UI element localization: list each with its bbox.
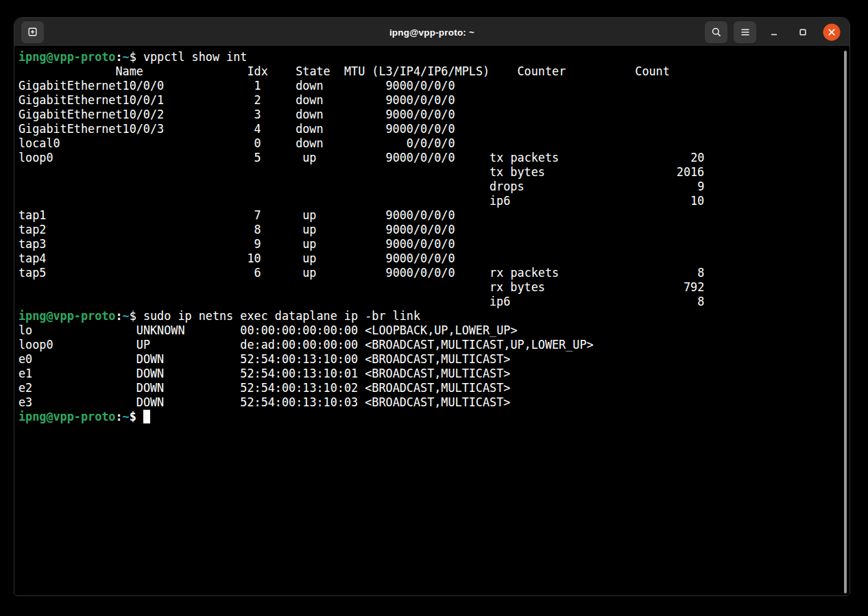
terminal-line: tap3 9 up 9000/0/0/0 <box>19 237 849 251</box>
close-button[interactable] <box>820 21 843 43</box>
terminal-line: ipng@vpp-proto:~$ vppctl show int <box>19 50 849 64</box>
terminal-line: tap5 6 up 9000/0/0/0 rx packets 8 <box>19 266 849 280</box>
terminal-line: local0 0 down 0/0/0/0 <box>19 136 849 151</box>
terminal-line: e1 DOWN 52:54:00:13:10:01 <BROADCAST,MUL… <box>19 367 849 381</box>
terminal-line: e2 DOWN 52:54:00:13:10:02 <BROADCAST,MUL… <box>19 381 849 395</box>
terminal-line: rx bytes 792 <box>19 280 849 295</box>
titlebar[interactable]: ipng@vpp-proto: ~ <box>14 18 849 46</box>
terminal-line: ipng@vpp-proto:~$ sudo ip netns exec dat… <box>19 309 849 323</box>
search-icon <box>711 27 722 38</box>
terminal-line: GigabitEthernet10/0/3 4 down 9000/0/0/0 <box>19 122 849 136</box>
new-tab-button[interactable] <box>21 21 44 43</box>
terminal-output[interactable]: ipng@vpp-proto:~$ vppctl show int Name I… <box>14 46 849 595</box>
minimize-icon <box>769 27 780 38</box>
terminal-line: ipng@vpp-proto:~$ <box>19 410 849 424</box>
terminal-line: loop0 5 up 9000/0/0/0 tx packets 20 <box>19 151 849 165</box>
hamburger-menu-icon <box>740 27 751 38</box>
terminal-line: ip6 8 <box>19 295 849 309</box>
terminal-window: ipng@vpp-proto: ~ <box>14 17 850 596</box>
terminal-line: loop0 UP de:ad:00:00:00:00 <BROADCAST,MU… <box>19 338 849 352</box>
terminal-line: lo UNKNOWN 00:00:00:00:00:00 <LOOPBACK,U… <box>19 323 849 338</box>
terminal-line: ip6 10 <box>19 194 849 208</box>
search-button[interactable] <box>705 21 727 43</box>
terminal-line: e3 DOWN 52:54:00:13:10:03 <BROADCAST,MUL… <box>19 395 849 410</box>
terminal-line: tap4 10 up 9000/0/0/0 <box>19 251 849 266</box>
terminal-line: GigabitEthernet10/0/2 3 down 9000/0/0/0 <box>19 108 849 122</box>
scrollbar-thumb[interactable] <box>844 51 847 593</box>
maximize-button[interactable] <box>791 21 814 43</box>
titlebar-controls <box>705 21 843 43</box>
terminal-line: tap2 8 up 9000/0/0/0 <box>19 223 849 237</box>
new-tab-icon <box>27 26 38 38</box>
terminal-line: e0 DOWN 52:54:00:13:10:00 <BROADCAST,MUL… <box>19 352 849 367</box>
menu-button[interactable] <box>734 21 756 43</box>
maximize-icon <box>797 27 808 38</box>
terminal-line: drops 9 <box>19 180 849 194</box>
terminal-cursor <box>143 410 150 423</box>
terminal-line: tx bytes 2016 <box>19 165 849 180</box>
terminal-line: tap1 7 up 9000/0/0/0 <box>19 208 849 223</box>
terminal-line: GigabitEthernet10/0/1 2 down 9000/0/0/0 <box>19 93 849 108</box>
terminal-line: Name Idx State MTU (L3/IP4/IP6/MPLS) Cou… <box>19 64 849 79</box>
minimize-button[interactable] <box>762 21 785 43</box>
window-title: ipng@vpp-proto: ~ <box>389 27 474 37</box>
close-icon <box>822 23 841 42</box>
terminal-line: GigabitEthernet10/0/0 1 down 9000/0/0/0 <box>19 79 849 93</box>
